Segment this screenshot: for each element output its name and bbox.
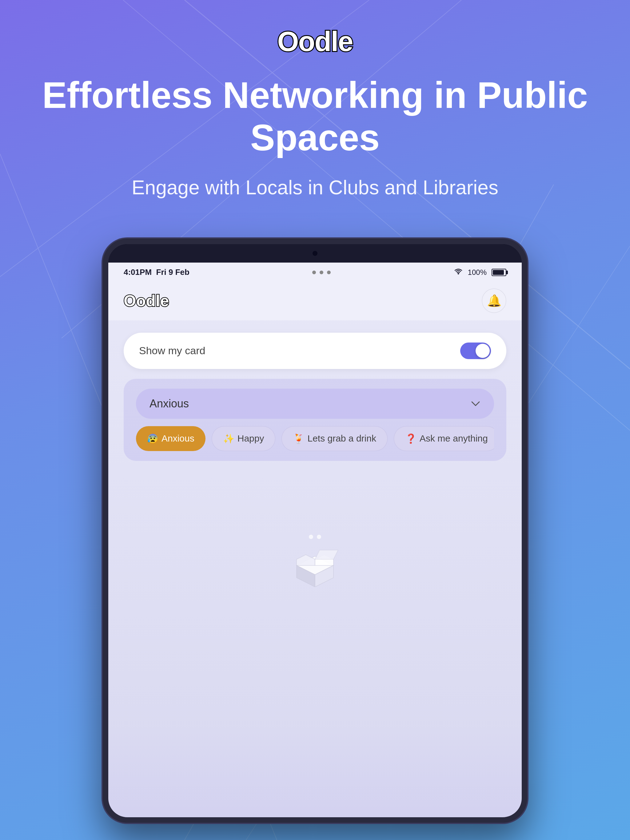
mood-dropdown[interactable]: Anxious [136,388,494,419]
mood-chip-drink[interactable]: 🍹 Lets grab a drink [282,426,387,451]
battery-icon [492,269,507,276]
mood-chip-ask[interactable]: ❓ Ask me anything [394,426,494,451]
drink-label: Lets grab a drink [307,433,376,444]
battery-fill [493,270,504,275]
volume-up-button [523,352,527,395]
status-right-icons: 100% [454,268,507,277]
show-card-toggle[interactable] [460,343,491,359]
status-dot-2 [320,271,323,274]
mood-section: Anxious 😰 Anxious [123,379,507,461]
ask-emoji: ❓ [405,433,416,444]
chevron-down-icon [471,398,481,409]
happy-label: Happy [237,433,264,444]
mood-selected-value: Anxious [149,397,189,410]
toggle-thumb [476,344,490,358]
device-top-bezel [108,244,522,262]
status-time: 4:01PM Fri 9 Feb [123,267,190,277]
status-dot-1 [312,271,316,274]
dot-2 [317,535,321,539]
brand-logo: Oodle [277,28,353,55]
anxious-emoji: 😰 [147,433,158,444]
power-button [523,306,527,330]
bell-icon: 🔔 [487,294,502,308]
empty-state [108,535,522,587]
page-header: Oodle Effortless Networking in Public Sp… [0,0,630,232]
screen-fade-overlay [108,725,522,817]
dot-1 [309,535,313,539]
show-card-label: Show my card [139,345,205,357]
app-logo: Oodle [123,292,169,310]
app-nav-header: Oodle 🔔 [108,282,522,321]
app-main-content: Show my card Anxious [108,321,522,473]
device-mockup: 4:01PM Fri 9 Feb [0,238,630,823]
mood-chip-anxious[interactable]: 😰 Anxious [136,426,206,451]
tablet-frame: 4:01PM Fri 9 Feb [103,238,527,823]
svg-point-7 [457,273,459,274]
volume-down-button [523,410,527,453]
empty-box-icon [290,544,340,587]
drink-emoji: 🍹 [293,433,304,444]
notification-bell-button[interactable]: 🔔 [482,288,507,313]
wifi-icon [454,268,463,277]
show-card-row: Show my card [123,333,507,369]
dots-decoration [309,535,321,539]
app-screen: 4:01PM Fri 9 Feb [108,262,522,817]
status-bar: 4:01PM Fri 9 Feb [108,262,522,282]
status-dot-3 [327,271,331,274]
mood-chip-happy[interactable]: ✨ Happy [212,426,275,451]
mood-chips-list: 😰 Anxious ✨ Happy 🍹 Lets grab a drink [136,426,494,451]
hero-subtitle: Engage with Locals in Clubs and Librarie… [70,174,560,202]
ask-label: Ask me anything [419,433,488,444]
front-camera [313,251,317,256]
happy-emoji: ✨ [223,433,234,444]
anxious-label: Anxious [161,433,195,444]
hero-title: Effortless Networking in Public Spaces [0,74,630,159]
battery-percentage: 100% [468,268,487,277]
status-center-dots [312,271,331,274]
